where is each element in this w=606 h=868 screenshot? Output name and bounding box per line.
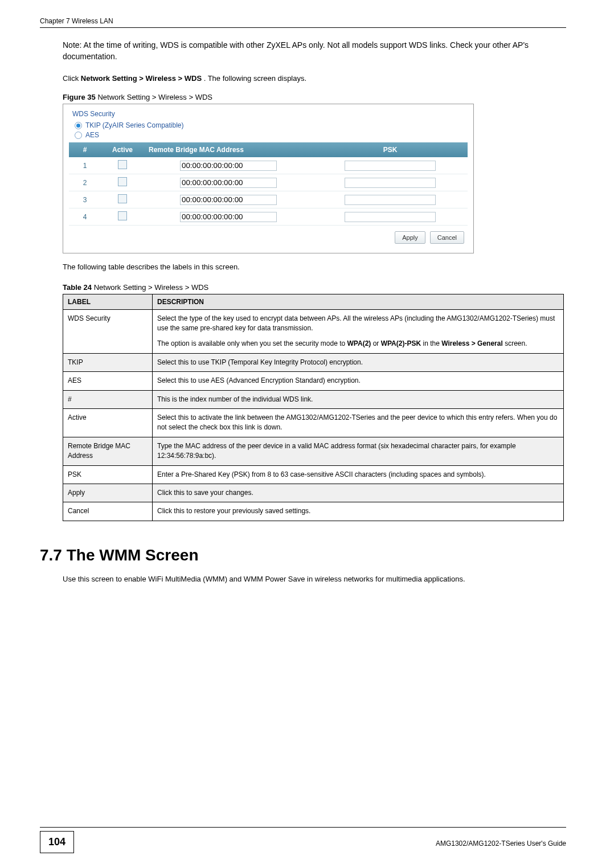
screenshot-panel: WDS Security TKIP (ZyAIR Series Compatib… — [63, 104, 474, 253]
th-label: LABEL — [63, 294, 153, 309]
table-title: Network Setting > Wireless > WDS — [94, 283, 209, 292]
radio-selected-icon[interactable] — [75, 122, 82, 129]
cell-label: Active — [63, 408, 153, 437]
active-checkbox[interactable] — [118, 211, 127, 220]
cell-desc: Click this to restore your previously sa… — [153, 502, 564, 521]
cell-label: Remote Bridge MAC Address — [63, 437, 153, 465]
cell-label: WDS Security — [63, 309, 153, 353]
psk-input[interactable] — [345, 212, 436, 222]
footer-guide-title: AMG1302/AMG1202-TSeries User's Guide — [81, 840, 566, 847]
col-num: # — [69, 142, 101, 157]
radio-aes-label: AES — [85, 131, 99, 139]
table-label: Table 24 — [63, 283, 94, 292]
wds-table: # Active Remote Bridge MAC Address PSK 1… — [69, 142, 468, 226]
cell-label: PSK — [63, 465, 153, 484]
mac-input[interactable] — [180, 161, 277, 171]
cell-label: AES — [63, 372, 153, 390]
section-body: Use this screen to enable WiFi MultiMedi… — [63, 574, 566, 585]
psk-input[interactable] — [345, 195, 436, 205]
cell-label: Cancel — [63, 502, 153, 521]
cancel-button[interactable]: Cancel — [430, 231, 464, 244]
active-checkbox[interactable] — [118, 194, 127, 203]
page-footer: 104 AMG1302/AMG1202-TSeries User's Guide — [40, 827, 566, 853]
th-description: DESCRIPTION — [153, 294, 564, 309]
table-caption: Table 24 Network Setting > Wireless > WD… — [63, 283, 566, 292]
figure-caption: Figure 35 Network Setting > Wireless > W… — [63, 93, 566, 101]
mac-input[interactable] — [180, 195, 277, 205]
radio-tkip-row[interactable]: TKIP (ZyAIR Series Compatible) — [75, 121, 468, 129]
radio-unselected-icon[interactable] — [75, 132, 82, 139]
figure-label: Figure 35 — [63, 93, 97, 101]
cell-desc: This is the index number of the individu… — [153, 390, 564, 408]
nav-path: Network Setting > Wireless > WDS — [81, 74, 202, 83]
chapter-header: Chapter 7 Wireless LAN — [40, 17, 566, 25]
description-table: LABEL DESCRIPTION WDS Security Select th… — [63, 294, 564, 521]
psk-input[interactable] — [345, 178, 436, 188]
col-mac: Remote Bridge MAC Address — [144, 142, 313, 157]
footer-divider — [40, 827, 566, 828]
cell-desc: Type the MAC address of the peer device … — [153, 437, 564, 465]
cell-label: Apply — [63, 484, 153, 502]
wds-security-label: WDS Security — [72, 110, 468, 118]
nav-post: . The following screen displays. — [204, 74, 306, 83]
desc-p2: The option is available only when you se… — [157, 339, 559, 349]
cell-desc: Enter a Pre-Shared Key (PSK) from 8 to 6… — [153, 465, 564, 484]
mac-input[interactable] — [180, 178, 277, 188]
table-intro: The following table describes the labels… — [63, 261, 566, 273]
psk-input[interactable] — [345, 161, 436, 171]
cell-desc: Select this to use AES (Advanced Encrypt… — [153, 372, 564, 390]
row-num: 3 — [69, 191, 101, 208]
row-num: 1 — [69, 157, 101, 174]
apply-button[interactable]: Apply — [395, 231, 425, 244]
figure-title: Network Setting > Wireless > WDS — [97, 93, 212, 101]
cell-label: # — [63, 390, 153, 408]
col-active: Active — [101, 142, 144, 157]
top-divider — [40, 27, 566, 28]
cell-desc: Select this to use TKIP (Temporal Key In… — [153, 353, 564, 371]
active-checkbox[interactable] — [118, 177, 127, 186]
cell-desc: Select this to activate the link between… — [153, 408, 564, 437]
active-checkbox[interactable] — [118, 160, 127, 169]
col-psk: PSK — [313, 142, 468, 157]
row-num: 2 — [69, 174, 101, 191]
radio-aes-row[interactable]: AES — [75, 131, 468, 139]
nav-pre: Click — [63, 74, 81, 83]
cell-desc: Select the type of the key used to encry… — [153, 309, 564, 353]
cell-label: TKIP — [63, 353, 153, 371]
section-heading: 7.7 The WMM Screen — [40, 546, 566, 564]
radio-tkip-label: TKIP (ZyAIR Series Compatible) — [85, 121, 184, 129]
row-num: 4 — [69, 208, 101, 226]
note-text: Note: At the time of writing, WDS is com… — [63, 39, 566, 63]
desc-p1: Select the type of the key used to encry… — [157, 314, 559, 334]
page-number: 104 — [40, 831, 74, 853]
cell-desc: Click this to save your changes. — [153, 484, 564, 502]
nav-instruction: Click Network Setting > Wireless > WDS .… — [63, 73, 566, 84]
mac-input[interactable] — [180, 212, 277, 222]
